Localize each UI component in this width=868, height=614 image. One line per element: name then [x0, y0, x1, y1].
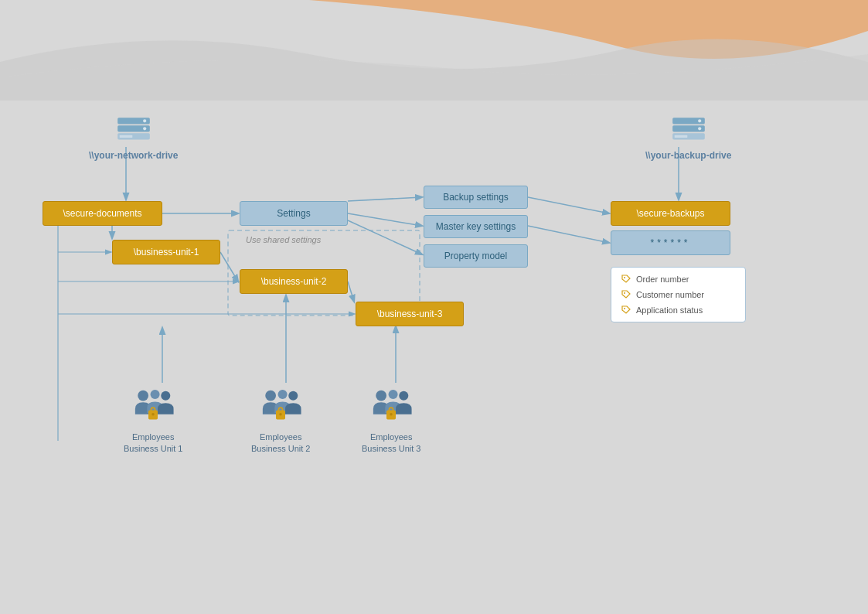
- svg-point-24: [143, 119, 146, 122]
- employee-icon-2: [257, 387, 304, 428]
- svg-point-47: [280, 413, 282, 415]
- svg-rect-26: [119, 135, 132, 138]
- svg-point-43: [278, 390, 288, 399]
- badge-item-customer: Customer number: [621, 289, 736, 300]
- svg-point-31: [698, 127, 701, 130]
- property-model-box[interactable]: Property model: [424, 244, 528, 268]
- secure-backups-box[interactable]: \secure-backups: [611, 201, 730, 226]
- svg-line-9: [220, 252, 238, 281]
- property-badge-box: Order number Customer number Application…: [611, 267, 746, 322]
- business-unit-1-box[interactable]: \business-unit-1: [112, 240, 220, 264]
- tag-icon-status: [621, 305, 631, 316]
- drive-icon-right: [669, 116, 708, 144]
- employee-icon-1: [130, 387, 176, 428]
- svg-line-3: [348, 197, 422, 201]
- background-wave: [0, 0, 868, 101]
- svg-point-50: [400, 391, 409, 401]
- business-unit-2-box[interactable]: \business-unit-2: [240, 269, 348, 294]
- svg-point-38: [162, 391, 171, 401]
- employee-group-2: EmployeesBusiness Unit 2: [251, 387, 310, 455]
- svg-line-4: [348, 213, 422, 226]
- connection-arrows: [0, 101, 868, 614]
- tag-icon-order: [621, 274, 631, 285]
- secure-documents-box[interactable]: \secure-documents: [43, 201, 162, 226]
- employee-label-1: EmployeesBusiness Unit 1: [124, 432, 182, 455]
- svg-point-42: [266, 391, 277, 401]
- tag-icon-customer: [621, 289, 631, 300]
- master-key-settings-box[interactable]: Master key settings: [424, 215, 528, 238]
- settings-box[interactable]: Settings: [240, 201, 348, 226]
- network-drive-right: \\your-backup-drive: [645, 116, 731, 161]
- svg-point-41: [152, 413, 155, 415]
- svg-point-49: [389, 390, 398, 399]
- password-mask-box[interactable]: ******: [611, 230, 730, 255]
- network-drive-left-label: \\your-network-drive: [89, 150, 178, 161]
- svg-point-33: [624, 277, 625, 278]
- diagram-area: \\your-network-drive \\your-backup-drive…: [0, 101, 868, 614]
- network-drive-right-label: \\your-backup-drive: [645, 150, 731, 161]
- badge-item-status: Application status: [621, 305, 736, 316]
- svg-line-5: [348, 220, 422, 254]
- drive-icon-left: [114, 116, 153, 144]
- svg-point-30: [698, 119, 701, 122]
- employee-icon-3: [368, 387, 414, 428]
- employee-group-3: EmployeesBusiness Unit 3: [362, 387, 420, 455]
- badge-item-order: Order number: [621, 274, 736, 285]
- svg-point-48: [376, 391, 387, 401]
- svg-line-7: [528, 226, 609, 243]
- svg-point-53: [390, 413, 393, 415]
- svg-point-37: [151, 390, 160, 399]
- employee-group-1: EmployeesBusiness Unit 1: [124, 387, 182, 455]
- svg-point-35: [624, 308, 625, 309]
- svg-rect-32: [674, 135, 687, 138]
- network-drive-left: \\your-network-drive: [89, 116, 178, 161]
- svg-point-44: [289, 391, 298, 401]
- employee-label-2: EmployeesBusiness Unit 2: [251, 432, 310, 455]
- svg-point-34: [624, 292, 625, 294]
- backup-settings-box[interactable]: Backup settings: [424, 186, 528, 209]
- svg-line-6: [528, 197, 609, 213]
- business-unit-3-box[interactable]: \business-unit-3: [356, 302, 464, 326]
- svg-point-36: [138, 391, 149, 401]
- svg-line-10: [348, 281, 354, 302]
- employee-label-3: EmployeesBusiness Unit 3: [362, 432, 420, 455]
- svg-point-25: [143, 127, 146, 130]
- shared-settings-label: Use shared settings: [246, 235, 321, 244]
